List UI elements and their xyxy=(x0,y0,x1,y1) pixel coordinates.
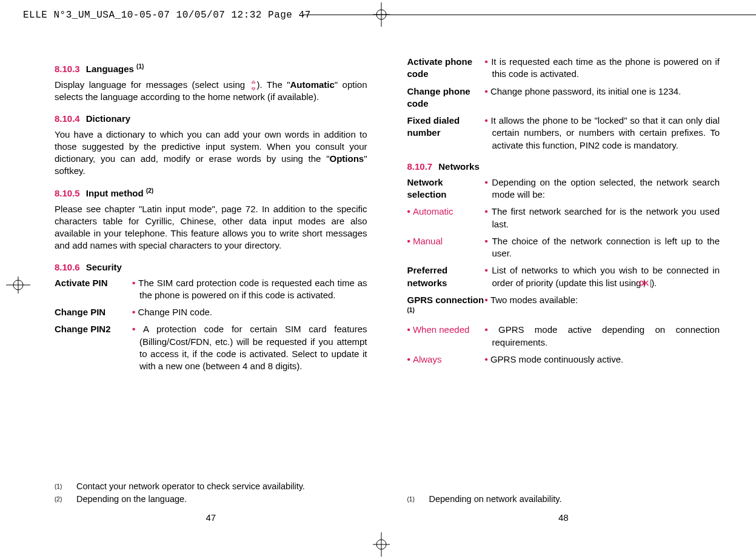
heading-languages: 8.10.3Languages (1) xyxy=(55,63,367,74)
desc-change-pin: • Change PIN code. xyxy=(132,306,367,318)
row-change-phone-code: Change phone code • Change phone passwor… xyxy=(407,85,720,110)
footnotes-left: (1)Contact your network operator to chec… xyxy=(55,480,367,507)
desc-fixed-dialed: • It allows the phone to be "locked" so … xyxy=(485,115,720,152)
label-activate-pin: Activate PIN xyxy=(55,277,132,302)
para-input-method: Please see chapter "Latin input mode", p… xyxy=(55,203,367,252)
label-automatic: • Automatic xyxy=(407,206,485,230)
label-activate-phone-code: Activate phone code xyxy=(407,56,485,81)
desc-gprs-connection: • Two modes available: xyxy=(485,294,720,320)
desc-automatic: • The first network searched for is the … xyxy=(485,206,720,230)
desc-change-pin2: • A protection code for certain SIM card… xyxy=(132,323,367,372)
row-always: • Always • GPRS mode continuously active… xyxy=(407,353,720,366)
label-change-pin: Change PIN xyxy=(55,306,132,318)
row-manual: • Manual • The choice of the network con… xyxy=(407,235,720,260)
row-network-selection: Network selection • Depending on the opt… xyxy=(407,176,720,201)
left-page: 8.10.3Languages (1) Display language for… xyxy=(55,53,367,523)
header-rule xyxy=(303,15,756,15)
nav-icon xyxy=(250,80,257,91)
heading-input-method: 8.10.5Input method (2) xyxy=(55,187,367,198)
heading-networks: 8.10.7Networks xyxy=(407,161,720,172)
desc-activate-phone-code: • It is requested each time as the phone… xyxy=(485,56,720,81)
label-preferred-networks: Preferred networks xyxy=(407,264,485,289)
label-change-phone-code: Change phone code xyxy=(407,85,485,110)
right-page: Activate phone code • It is requested ea… xyxy=(407,53,720,523)
registration-mark-top xyxy=(373,2,390,27)
para-dictionary: You have a dictionary to which you can a… xyxy=(55,129,367,178)
row-preferred-networks: Preferred networks • List of networks to… xyxy=(407,264,720,289)
row-change-pin: Change PIN • Change PIN code. xyxy=(55,306,367,318)
label-gprs-connection: GPRS connection (1) xyxy=(407,294,485,320)
desc-manual: • The choice of the network connection i… xyxy=(485,235,720,260)
ok-key-icon: OK xyxy=(644,280,652,287)
label-manual: • Manual xyxy=(407,235,485,260)
label-when-needed: • When needed xyxy=(407,324,485,349)
print-header: ELLE N°3_UM_USA_10-05-07 10/05/07 12:32 … xyxy=(23,10,311,21)
desc-always: • GPRS mode continuously active. xyxy=(485,353,720,366)
label-always: • Always xyxy=(407,353,485,366)
desc-preferred-networks: • List of networks to which you wish to … xyxy=(485,264,720,289)
footnotes-right: (1)Depending on network availability. xyxy=(407,493,720,506)
row-gprs-connection: GPRS connection (1) • Two modes availabl… xyxy=(407,294,720,320)
label-fixed-dialed: Fixed dialed number xyxy=(407,115,485,152)
row-activate-pin: Activate PIN • The SIM card protection c… xyxy=(55,277,367,302)
page-number-left: 47 xyxy=(55,512,367,523)
desc-when-needed: • GPRS mode active depending on connecti… xyxy=(485,324,720,349)
row-change-pin2: Change PIN2 • A protection code for cert… xyxy=(55,323,367,372)
registration-mark-left xyxy=(6,276,30,293)
label-change-pin2: Change PIN2 xyxy=(55,323,132,372)
heading-dictionary: 8.10.4Dictionary xyxy=(55,113,367,124)
page-number-right: 48 xyxy=(407,512,720,523)
row-activate-phone-code: Activate phone code • It is requested ea… xyxy=(407,56,720,81)
label-network-selection: Network selection xyxy=(407,176,485,201)
row-fixed-dialed: Fixed dialed number • It allows the phon… xyxy=(407,115,720,152)
desc-activate-pin: • The SIM card protection code is reques… xyxy=(132,277,367,302)
row-automatic: • Automatic • The first network searched… xyxy=(407,206,720,230)
desc-change-phone-code: • Change phone password, its initial one… xyxy=(485,85,720,110)
para-languages: Display language for messages (select us… xyxy=(55,79,367,104)
registration-mark-bottom xyxy=(373,532,390,557)
heading-security: 8.10.6Security xyxy=(55,262,367,272)
row-when-needed: • When needed • GPRS mode active dependi… xyxy=(407,324,720,349)
desc-network-selection: • Depending on the option selected, the … xyxy=(485,176,720,201)
